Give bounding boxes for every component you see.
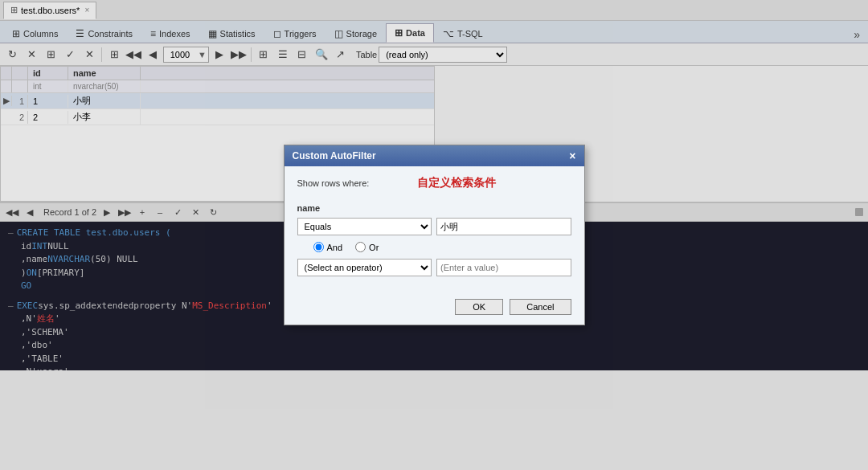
radio-and[interactable]: And	[313, 242, 343, 252]
modal-overlay: Custom AutoFilter × Show rows where: 自定义…	[0, 0, 868, 470]
radio-row: And Or	[297, 242, 571, 252]
ok-button[interactable]: OK	[455, 299, 503, 315]
value1-input[interactable]	[436, 218, 571, 235]
modal-close-btn[interactable]: ×	[569, 149, 575, 162]
modal-footer: OK Cancel	[285, 292, 584, 325]
radio-or[interactable]: Or	[355, 242, 379, 252]
modal-header: Custom AutoFilter ×	[285, 145, 584, 166]
and-radio[interactable]	[313, 242, 324, 252]
cancel-button[interactable]: Cancel	[510, 299, 571, 315]
or-label: Or	[369, 243, 379, 252]
show-rows-label: Show rows where:	[297, 178, 370, 188]
filter-row-2: (Select an operator) Equals Does Not Equ…	[297, 259, 571, 276]
field-name-label: name	[297, 203, 571, 213]
and-label: And	[327, 243, 343, 252]
custom-autofilter-dialog: Custom AutoFilter × Show rows where: 自定义…	[284, 145, 585, 325]
value2-input[interactable]	[436, 259, 571, 276]
operator1-select[interactable]: Equals Does Not Equal Contains Does Not …	[297, 218, 432, 235]
filter-row-1: Equals Does Not Equal Contains Does Not …	[297, 218, 571, 235]
chinese-label: 自定义检索条件	[417, 176, 496, 190]
modal-title: Custom AutoFilter	[293, 150, 376, 161]
operator2-select[interactable]: (Select an operator) Equals Does Not Equ…	[297, 259, 432, 276]
modal-body: Show rows where: 自定义检索条件 name Equals Doe…	[285, 166, 584, 292]
or-radio[interactable]	[355, 242, 366, 252]
